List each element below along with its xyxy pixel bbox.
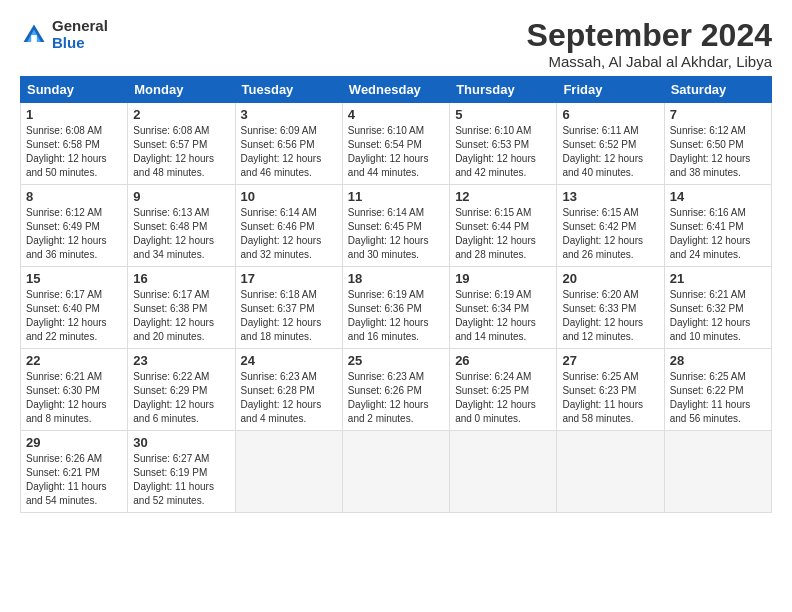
day-number: 21 bbox=[670, 271, 766, 286]
table-row: 29Sunrise: 6:26 AMSunset: 6:21 PMDayligh… bbox=[21, 431, 128, 513]
table-row: 3Sunrise: 6:09 AMSunset: 6:56 PMDaylight… bbox=[235, 103, 342, 185]
day-number: 6 bbox=[562, 107, 658, 122]
day-number: 23 bbox=[133, 353, 229, 368]
day-info: Sunrise: 6:11 AMSunset: 6:52 PMDaylight:… bbox=[562, 124, 658, 180]
day-number: 24 bbox=[241, 353, 337, 368]
day-info: Sunrise: 6:27 AMSunset: 6:19 PMDaylight:… bbox=[133, 452, 229, 508]
col-wednesday: Wednesday bbox=[342, 77, 449, 103]
day-number: 12 bbox=[455, 189, 551, 204]
calendar-row: 1Sunrise: 6:08 AMSunset: 6:58 PMDaylight… bbox=[21, 103, 772, 185]
col-thursday: Thursday bbox=[450, 77, 557, 103]
page: General Blue September 2024 Massah, Al J… bbox=[0, 0, 792, 523]
day-info: Sunrise: 6:24 AMSunset: 6:25 PMDaylight:… bbox=[455, 370, 551, 426]
day-info: Sunrise: 6:25 AMSunset: 6:23 PMDaylight:… bbox=[562, 370, 658, 426]
calendar-table: Sunday Monday Tuesday Wednesday Thursday… bbox=[20, 76, 772, 513]
day-info: Sunrise: 6:22 AMSunset: 6:29 PMDaylight:… bbox=[133, 370, 229, 426]
day-info: Sunrise: 6:17 AMSunset: 6:38 PMDaylight:… bbox=[133, 288, 229, 344]
table-row: 8Sunrise: 6:12 AMSunset: 6:49 PMDaylight… bbox=[21, 185, 128, 267]
day-info: Sunrise: 6:21 AMSunset: 6:30 PMDaylight:… bbox=[26, 370, 122, 426]
day-info: Sunrise: 6:09 AMSunset: 6:56 PMDaylight:… bbox=[241, 124, 337, 180]
logo-icon bbox=[20, 21, 48, 49]
table-row bbox=[235, 431, 342, 513]
day-info: Sunrise: 6:21 AMSunset: 6:32 PMDaylight:… bbox=[670, 288, 766, 344]
day-info: Sunrise: 6:19 AMSunset: 6:36 PMDaylight:… bbox=[348, 288, 444, 344]
day-number: 19 bbox=[455, 271, 551, 286]
logo-general: General bbox=[52, 18, 108, 35]
calendar-row: 15Sunrise: 6:17 AMSunset: 6:40 PMDayligh… bbox=[21, 267, 772, 349]
day-info: Sunrise: 6:23 AMSunset: 6:26 PMDaylight:… bbox=[348, 370, 444, 426]
col-friday: Friday bbox=[557, 77, 664, 103]
day-info: Sunrise: 6:15 AMSunset: 6:42 PMDaylight:… bbox=[562, 206, 658, 262]
table-row bbox=[664, 431, 771, 513]
day-info: Sunrise: 6:26 AMSunset: 6:21 PMDaylight:… bbox=[26, 452, 122, 508]
day-info: Sunrise: 6:16 AMSunset: 6:41 PMDaylight:… bbox=[670, 206, 766, 262]
title-section: September 2024 Massah, Al Jabal al Akhda… bbox=[527, 18, 772, 70]
table-row: 13Sunrise: 6:15 AMSunset: 6:42 PMDayligh… bbox=[557, 185, 664, 267]
table-row bbox=[342, 431, 449, 513]
table-row: 21Sunrise: 6:21 AMSunset: 6:32 PMDayligh… bbox=[664, 267, 771, 349]
day-info: Sunrise: 6:12 AMSunset: 6:50 PMDaylight:… bbox=[670, 124, 766, 180]
header-row: Sunday Monday Tuesday Wednesday Thursday… bbox=[21, 77, 772, 103]
day-info: Sunrise: 6:14 AMSunset: 6:45 PMDaylight:… bbox=[348, 206, 444, 262]
table-row: 26Sunrise: 6:24 AMSunset: 6:25 PMDayligh… bbox=[450, 349, 557, 431]
table-row: 30Sunrise: 6:27 AMSunset: 6:19 PMDayligh… bbox=[128, 431, 235, 513]
day-number: 1 bbox=[26, 107, 122, 122]
day-number: 4 bbox=[348, 107, 444, 122]
table-row: 11Sunrise: 6:14 AMSunset: 6:45 PMDayligh… bbox=[342, 185, 449, 267]
day-info: Sunrise: 6:18 AMSunset: 6:37 PMDaylight:… bbox=[241, 288, 337, 344]
table-row: 20Sunrise: 6:20 AMSunset: 6:33 PMDayligh… bbox=[557, 267, 664, 349]
table-row: 16Sunrise: 6:17 AMSunset: 6:38 PMDayligh… bbox=[128, 267, 235, 349]
col-tuesday: Tuesday bbox=[235, 77, 342, 103]
table-row: 18Sunrise: 6:19 AMSunset: 6:36 PMDayligh… bbox=[342, 267, 449, 349]
table-row: 27Sunrise: 6:25 AMSunset: 6:23 PMDayligh… bbox=[557, 349, 664, 431]
col-monday: Monday bbox=[128, 77, 235, 103]
month-title: September 2024 bbox=[527, 18, 772, 53]
day-number: 18 bbox=[348, 271, 444, 286]
calendar-row: 22Sunrise: 6:21 AMSunset: 6:30 PMDayligh… bbox=[21, 349, 772, 431]
day-info: Sunrise: 6:13 AMSunset: 6:48 PMDaylight:… bbox=[133, 206, 229, 262]
table-row: 19Sunrise: 6:19 AMSunset: 6:34 PMDayligh… bbox=[450, 267, 557, 349]
table-row: 4Sunrise: 6:10 AMSunset: 6:54 PMDaylight… bbox=[342, 103, 449, 185]
table-row: 7Sunrise: 6:12 AMSunset: 6:50 PMDaylight… bbox=[664, 103, 771, 185]
day-info: Sunrise: 6:20 AMSunset: 6:33 PMDaylight:… bbox=[562, 288, 658, 344]
table-row: 14Sunrise: 6:16 AMSunset: 6:41 PMDayligh… bbox=[664, 185, 771, 267]
day-info: Sunrise: 6:10 AMSunset: 6:54 PMDaylight:… bbox=[348, 124, 444, 180]
calendar-row: 29Sunrise: 6:26 AMSunset: 6:21 PMDayligh… bbox=[21, 431, 772, 513]
day-number: 2 bbox=[133, 107, 229, 122]
col-sunday: Sunday bbox=[21, 77, 128, 103]
day-number: 9 bbox=[133, 189, 229, 204]
day-number: 27 bbox=[562, 353, 658, 368]
day-info: Sunrise: 6:08 AMSunset: 6:57 PMDaylight:… bbox=[133, 124, 229, 180]
day-info: Sunrise: 6:10 AMSunset: 6:53 PMDaylight:… bbox=[455, 124, 551, 180]
day-number: 20 bbox=[562, 271, 658, 286]
col-saturday: Saturday bbox=[664, 77, 771, 103]
day-info: Sunrise: 6:19 AMSunset: 6:34 PMDaylight:… bbox=[455, 288, 551, 344]
location-title: Massah, Al Jabal al Akhdar, Libya bbox=[527, 53, 772, 70]
day-number: 14 bbox=[670, 189, 766, 204]
table-row bbox=[450, 431, 557, 513]
table-row: 17Sunrise: 6:18 AMSunset: 6:37 PMDayligh… bbox=[235, 267, 342, 349]
table-row bbox=[557, 431, 664, 513]
table-row: 28Sunrise: 6:25 AMSunset: 6:22 PMDayligh… bbox=[664, 349, 771, 431]
table-row: 5Sunrise: 6:10 AMSunset: 6:53 PMDaylight… bbox=[450, 103, 557, 185]
day-number: 5 bbox=[455, 107, 551, 122]
day-info: Sunrise: 6:14 AMSunset: 6:46 PMDaylight:… bbox=[241, 206, 337, 262]
day-info: Sunrise: 6:15 AMSunset: 6:44 PMDaylight:… bbox=[455, 206, 551, 262]
day-info: Sunrise: 6:17 AMSunset: 6:40 PMDaylight:… bbox=[26, 288, 122, 344]
day-number: 17 bbox=[241, 271, 337, 286]
logo: General Blue bbox=[20, 18, 108, 51]
logo-text: General Blue bbox=[52, 18, 108, 51]
day-info: Sunrise: 6:23 AMSunset: 6:28 PMDaylight:… bbox=[241, 370, 337, 426]
table-row: 15Sunrise: 6:17 AMSunset: 6:40 PMDayligh… bbox=[21, 267, 128, 349]
header: General Blue September 2024 Massah, Al J… bbox=[20, 18, 772, 70]
table-row: 23Sunrise: 6:22 AMSunset: 6:29 PMDayligh… bbox=[128, 349, 235, 431]
day-number: 28 bbox=[670, 353, 766, 368]
day-info: Sunrise: 6:12 AMSunset: 6:49 PMDaylight:… bbox=[26, 206, 122, 262]
svg-rect-2 bbox=[31, 35, 37, 42]
day-number: 25 bbox=[348, 353, 444, 368]
day-number: 15 bbox=[26, 271, 122, 286]
day-number: 3 bbox=[241, 107, 337, 122]
table-row: 22Sunrise: 6:21 AMSunset: 6:30 PMDayligh… bbox=[21, 349, 128, 431]
day-number: 22 bbox=[26, 353, 122, 368]
day-number: 26 bbox=[455, 353, 551, 368]
